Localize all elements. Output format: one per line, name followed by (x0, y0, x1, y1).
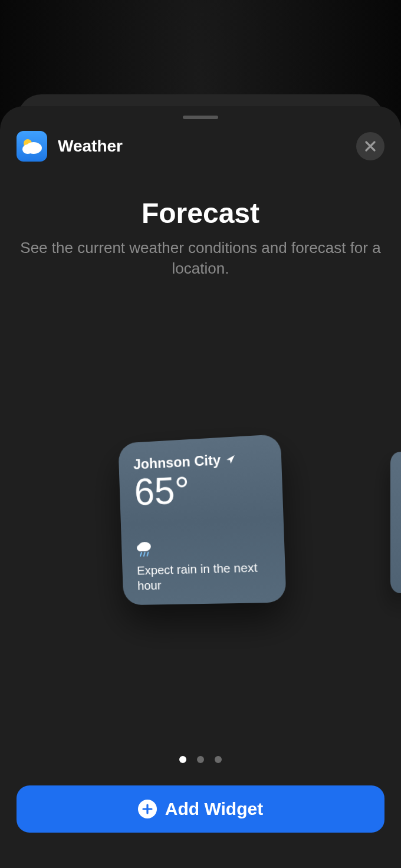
page-title: Forecast (142, 197, 259, 229)
widget-forecast-text: Expect rain in the next hour (137, 559, 270, 593)
svg-line-7 (147, 552, 148, 555)
rain-icon (136, 536, 269, 559)
page-indicator (179, 756, 222, 763)
weather-app-icon (17, 131, 47, 162)
add-widget-button[interactable]: Add Widget (17, 785, 384, 833)
widget-picker-sheet: Weather Forecast See the current weather… (0, 106, 401, 868)
svg-point-2 (22, 144, 33, 154)
widget-preview-small[interactable]: Johnson City 65° Expect ra (118, 434, 286, 605)
app-name-label: Weather (58, 137, 356, 156)
close-button[interactable] (356, 132, 384, 160)
sheet-header: Weather (0, 125, 401, 162)
widget-temperature: 65° (134, 467, 268, 511)
page-dot[interactable] (197, 756, 204, 763)
sheet-grabber[interactable] (183, 116, 218, 119)
plus-icon (138, 800, 157, 818)
svg-line-6 (144, 552, 145, 555)
close-icon (364, 140, 377, 153)
widget-preview-next-peek[interactable] (390, 451, 401, 593)
page-dot[interactable] (215, 756, 222, 763)
add-widget-label: Add Widget (165, 799, 263, 819)
page-subtitle: See the current weather conditions and f… (0, 238, 401, 279)
location-arrow-icon (225, 453, 236, 465)
page-dot[interactable] (179, 756, 186, 763)
svg-line-5 (140, 552, 142, 555)
widget-size-carousel[interactable]: Johnson City 65° Expect ra (0, 303, 401, 756)
sheet-content: Forecast See the current weather conditi… (0, 162, 401, 785)
